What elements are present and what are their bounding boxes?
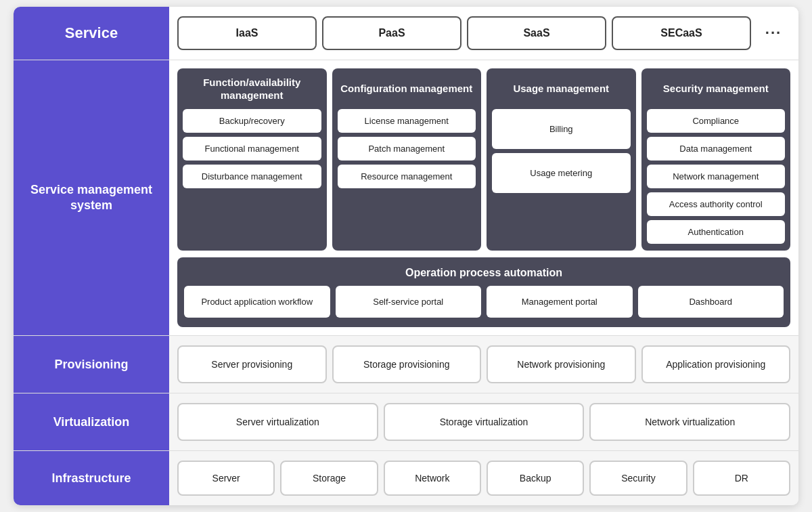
virtualization-label: Virtualization [14,393,169,450]
col-security: Security management Compliance Data mana… [641,68,791,251]
virt-storage: Storage virtualization [384,403,585,441]
item-access: Access authority control [647,192,786,216]
mgmt-grid: Function/availability management Backup/… [177,68,790,251]
infra-backup: Backup [487,461,584,496]
infra-network: Network [384,461,481,496]
provisioning-content: Server provisioning Storage provisioning… [169,336,798,393]
virtualization-content: Server virtualization Storage virtualiza… [169,393,798,450]
prov-storage: Storage provisioning [332,345,482,383]
item-disturbance: Disturbance management [183,165,321,188]
item-compliance: Compliance [647,109,786,133]
opa-dashboard: Dashboard [638,286,784,318]
opa-section: Operation process automation Product app… [177,257,790,327]
prov-application: Application provisioning [641,345,791,383]
item-license: License management [338,109,476,133]
infrastructure-label: Infrastructure [14,451,169,505]
provisioning-row: Provisioning Server provisioning Storage… [14,336,798,393]
virt-network: Network virtualization [589,403,790,441]
item-billing: Billing [492,109,631,149]
col-function: Function/availability management Backup/… [177,68,327,251]
item-resource: Resource management [338,165,476,188]
col-usage-title: Usage management [492,75,631,102]
sms-content: Function/availability management Backup/… [169,60,798,335]
col-config-title: Configuration management [338,75,476,102]
virt-server: Server virtualization [177,403,378,441]
tab-saas[interactable]: SaaS [467,16,606,50]
opa-items: Product application workflow Self-servic… [184,286,784,318]
opa-self-service: Self-service portal [336,286,482,318]
virtualization-row: Virtualization Server virtualization Sto… [14,393,798,451]
infra-security: Security [589,461,687,496]
service-label: Service [14,7,169,60]
infrastructure-content: Server Storage Network Backup Security D… [169,451,798,505]
infra-dr: DR [693,461,790,496]
col-config: Configuration management License managem… [332,68,482,251]
col-usage: Usage management Billing Usage metering [487,68,636,251]
infra-storage: Storage [280,461,378,496]
item-metering: Usage metering [492,153,631,193]
item-network-mgmt: Network management [647,165,786,188]
opa-mgmt-portal: Management portal [487,286,633,318]
item-data-mgmt: Data management [647,137,786,161]
diagram: Service IaaS PaaS SaaS SECaaS ··· Servic… [14,7,798,505]
service-tabs: IaaS PaaS SaaS SECaaS ··· [169,7,798,60]
prov-network: Network provisioning [487,345,636,383]
sms-label: Service management system [14,60,169,335]
item-functional: Functional management [183,137,321,161]
item-patch: Patch management [338,137,476,161]
tab-paas[interactable]: PaaS [322,16,461,50]
tab-secaas[interactable]: SECaaS [612,16,751,50]
infrastructure-row: Infrastructure Server Storage Network Ba… [14,451,798,505]
provisioning-label: Provisioning [14,336,169,393]
tab-iaas[interactable]: IaaS [177,16,317,50]
prov-server: Server provisioning [177,345,327,383]
more-tabs-icon[interactable]: ··· [757,24,790,42]
service-row: Service IaaS PaaS SaaS SECaaS ··· [14,7,798,60]
infra-server: Server [177,461,275,496]
col-security-title: Security management [647,75,786,102]
opa-title: Operation process automation [184,267,784,279]
item-backup: Backup/recovery [183,109,321,133]
sms-row: Service management system Function/avail… [14,60,798,336]
col-function-title: Function/availability management [183,75,321,102]
item-auth: Authentication [647,220,786,244]
opa-product-workflow: Product application workflow [184,286,330,318]
